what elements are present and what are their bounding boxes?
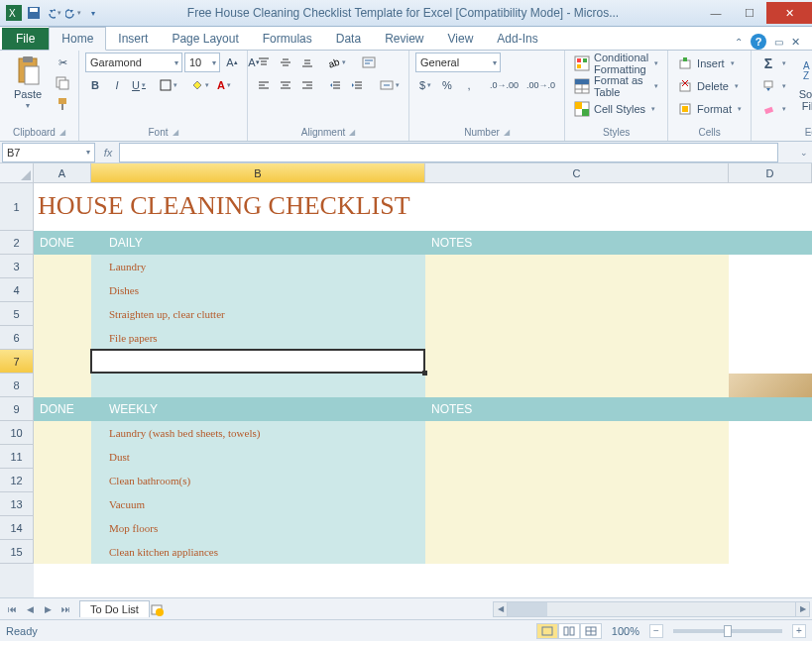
sort-filter-button[interactable]: AZ Sort & Filter [792,53,812,112]
col-header-a[interactable]: A [34,163,91,182]
scroll-right-icon[interactable]: ▶ [795,602,809,616]
align-right-button[interactable] [297,75,317,95]
number-format-combo[interactable]: General [415,53,501,72]
conditional-formatting-button[interactable]: Conditional Formatting [571,53,661,74]
page-break-view-button[interactable] [580,623,602,639]
redo-icon[interactable] [65,5,81,21]
row-header-1[interactable]: 1 [0,183,34,231]
wrap-text-button[interactable] [359,53,379,72]
bold-button[interactable]: B [85,75,105,95]
cut-button[interactable]: ✂ [53,53,72,72]
scroll-left-icon[interactable]: ◀ [494,602,508,616]
row-header-6[interactable]: 6 [0,326,34,350]
zoom-level[interactable]: 100% [612,625,639,637]
font-size-combo[interactable]: 10 [184,53,220,72]
accounting-format-button[interactable]: $ [415,75,435,95]
tab-home[interactable]: Home [49,27,106,51]
fill-handle[interactable] [422,371,427,376]
increase-indent-button[interactable] [347,75,367,95]
qat-customize-icon[interactable]: ▾ [85,5,101,21]
grow-font-button[interactable]: A▴ [222,53,242,72]
row-header-7[interactable]: 7 [0,350,34,374]
comma-button[interactable]: , [459,75,479,95]
horizontal-scrollbar[interactable]: ◀ ▶ [493,601,810,617]
row-header-2[interactable]: 2 [0,231,34,255]
autosum-button[interactable]: Σ [757,53,789,74]
zoom-in-button[interactable]: + [792,624,806,638]
decrease-indent-button[interactable] [325,75,345,95]
sheet-tab-active[interactable]: To Do List [79,600,150,617]
underline-button[interactable]: U [129,75,149,95]
align-center-button[interactable] [276,75,295,95]
tab-addins[interactable]: Add-Ins [485,28,549,50]
expand-formula-bar-icon[interactable]: ⌄ [796,148,812,158]
fill-color-button[interactable] [188,75,212,95]
orientation-button[interactable]: ab [325,53,349,72]
font-dialog-launcher[interactable]: ◢ [173,128,178,137]
row-header-12[interactable]: 12 [0,469,34,492]
formula-input[interactable] [119,143,778,162]
copy-button[interactable] [53,73,72,93]
col-header-d[interactable]: D [729,163,812,182]
paste-button[interactable]: Paste ▼ [6,53,50,109]
align-bottom-button[interactable] [297,53,317,72]
zoom-out-button[interactable]: − [649,624,663,638]
restore-window-icon[interactable]: ▭ [774,37,783,48]
sheet-nav-next[interactable]: ▶ [40,601,56,617]
increase-decimal-button[interactable]: .0→.00 [487,75,522,95]
insert-cells-button[interactable]: Insert [674,53,745,74]
row-header-5[interactable]: 5 [0,302,34,326]
zoom-slider[interactable] [673,629,782,633]
clipboard-dialog-launcher[interactable]: ◢ [59,128,65,137]
format-cells-button[interactable]: Format [674,98,745,120]
col-header-b[interactable]: B [91,163,425,182]
format-painter-button[interactable] [53,94,72,114]
new-sheet-button[interactable] [150,602,170,616]
tab-data[interactable]: Data [324,28,373,50]
row-header-10[interactable]: 10 [0,421,34,445]
row-header-13[interactable]: 13 [0,492,34,516]
tab-view[interactable]: View [436,28,486,50]
row-header-3[interactable]: 3 [0,255,34,278]
fx-button[interactable]: fx [97,147,119,159]
sheet-nav-prev[interactable]: ◀ [22,601,38,617]
save-icon[interactable] [26,5,42,21]
alignment-dialog-launcher[interactable]: ◢ [349,128,355,137]
number-dialog-launcher[interactable]: ◢ [504,128,510,137]
select-all-corner[interactable] [0,163,34,182]
scroll-thumb[interactable] [508,602,547,616]
cell-styles-button[interactable]: Cell Styles [571,98,661,120]
italic-button[interactable]: I [107,75,127,95]
fill-button[interactable] [757,75,789,97]
format-as-table-button[interactable]: Format as Table [571,75,661,97]
align-top-button[interactable] [254,53,274,72]
font-name-combo[interactable]: Garamond [85,53,182,72]
normal-view-button[interactable] [536,623,558,639]
row-header-14[interactable]: 14 [0,516,34,540]
sheet-nav-first[interactable]: ⏮ [4,601,20,617]
row-header-11[interactable]: 11 [0,445,34,469]
close-workbook-icon[interactable]: ✕ [791,36,800,49]
row-header-8[interactable]: 8 [0,374,34,397]
border-button[interactable] [157,75,180,95]
row-header-15[interactable]: 15 [0,540,34,564]
row-header-9[interactable]: 9 [0,397,34,421]
undo-icon[interactable] [46,5,61,21]
tab-insert[interactable]: Insert [106,28,160,50]
col-header-c[interactable]: C [425,163,729,182]
sheet-nav-last[interactable]: ⏭ [58,601,73,617]
align-left-button[interactable] [254,75,274,95]
row-header-4[interactable]: 4 [0,278,34,302]
zoom-thumb[interactable] [724,625,732,637]
align-middle-button[interactable] [276,53,295,72]
close-button[interactable]: ✕ [766,2,812,24]
delete-cells-button[interactable]: Delete [674,75,745,97]
file-tab[interactable]: File [2,28,49,50]
maximize-button[interactable]: ☐ [733,2,766,24]
tab-formulas[interactable]: Formulas [251,28,324,50]
decrease-decimal-button[interactable]: .00→.0 [523,75,558,95]
tab-review[interactable]: Review [373,28,435,50]
minimize-ribbon-icon[interactable]: ⌃ [735,37,743,48]
clear-button[interactable] [757,98,789,120]
help-icon[interactable]: ? [751,34,766,50]
